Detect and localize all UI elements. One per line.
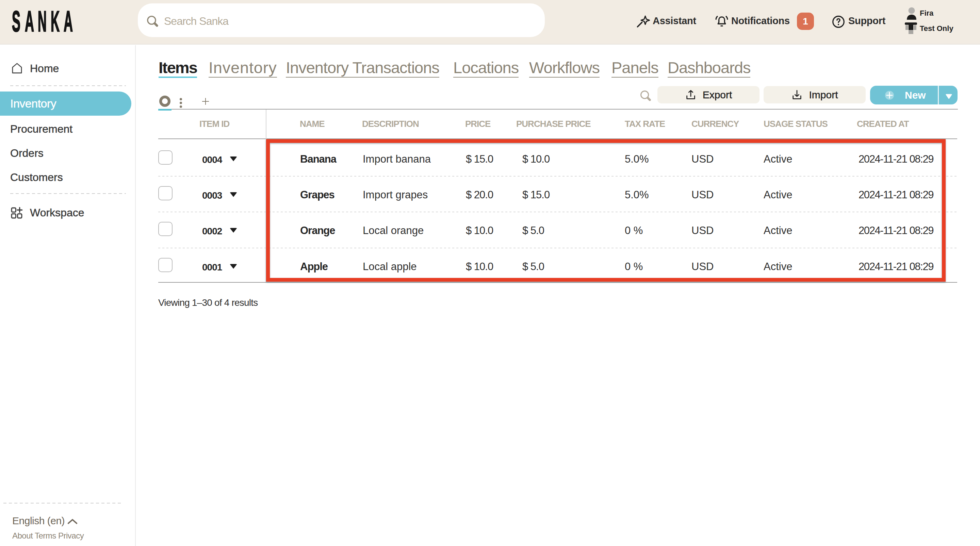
svg-text:S: S: [12, 10, 21, 32]
svg-text:A: A: [64, 10, 73, 32]
svg-text:K: K: [51, 10, 60, 32]
svg-text:N: N: [38, 10, 47, 32]
svg-text:A: A: [25, 10, 34, 32]
